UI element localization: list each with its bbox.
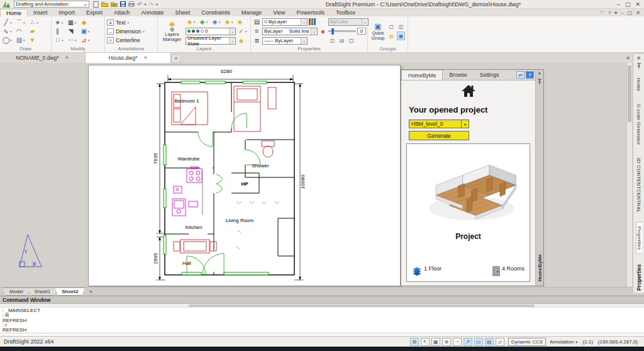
maximize-button[interactable]: ▢: [625, 1, 631, 8]
sheet-tab-sheet2[interactable]: Sheet2: [55, 287, 85, 296]
tab-constraints[interactable]: Constraints: [196, 9, 236, 16]
undo-icon[interactable]: ↶: [137, 1, 142, 8]
sidebar-properties-label[interactable]: Properties: [636, 264, 642, 291]
new-file-icon[interactable]: [93, 1, 99, 8]
import-folder-icon[interactable]: [111, 1, 118, 7]
polar-icon[interactable]: ◔: [453, 338, 462, 346]
crosshair-icon[interactable]: ⊕: [442, 338, 451, 346]
line-tool-button[interactable]: ▾: [2, 18, 13, 27]
transparency-slider[interactable]: [328, 30, 356, 32]
circle-tool-button[interactable]: ▾: [2, 36, 13, 45]
help-icon[interactable]: ?: [608, 10, 611, 16]
sheet-tab-model[interactable]: Model: [3, 287, 30, 296]
hatch-tool-button[interactable]: ▾: [15, 36, 26, 45]
tab-settings[interactable]: Settings: [474, 70, 506, 80]
slider-thumb[interactable]: [331, 28, 334, 35]
layer-state-dropdown[interactable]: Unsaved Layer State: [186, 37, 236, 45]
sidebar-tab-3dcontentcentral[interactable]: 3D CONTENTCENTRAL: [636, 153, 641, 216]
attributes-icon[interactable]: [347, 36, 355, 45]
entity-snap-icon[interactable]: ⊞: [410, 338, 419, 346]
lineweight-list-icon[interactable]: [253, 36, 261, 45]
ungroup-icon[interactable]: [397, 22, 405, 31]
insertblock-icon[interactable]: [338, 36, 346, 45]
sheet-tab-sheet1[interactable]: Sheet1: [28, 287, 57, 296]
centerline-button[interactable]: ≡Centerline: [107, 36, 146, 44]
tab-browse[interactable]: Browse: [443, 70, 473, 80]
dynamic-ccs-button[interactable]: Dynamic CCS: [508, 338, 546, 346]
move-tool-button[interactable]: ▾: [53, 18, 65, 27]
ribbon-minimize-icon[interactable]: –: [621, 10, 623, 16]
pointer-output-icon[interactable]: ↗: [464, 338, 472, 346]
point-tool-button[interactable]: ▾: [28, 18, 40, 27]
makeblock-icon[interactable]: [328, 36, 336, 45]
rotate-tool-button[interactable]: [67, 27, 78, 36]
text-button[interactable]: AText▾: [107, 18, 146, 26]
tab-toolbox[interactable]: Toolbox: [330, 9, 361, 16]
feedback-heart-icon[interactable]: ♡: [600, 10, 604, 16]
sidebar-tab-home[interactable]: Home: [636, 74, 641, 95]
group-select-toggle-icon[interactable]: [397, 31, 405, 40]
layer-tool-1-button[interactable]: ▾: [186, 18, 197, 26]
print-icon[interactable]: [128, 1, 135, 7]
annotation-scale-dropdown[interactable]: Annotation▾: [550, 339, 577, 345]
stretch-tool-button[interactable]: ▾: [67, 36, 78, 45]
pin-icon[interactable]: [636, 63, 641, 69]
line-color-dropdown[interactable]: ByLayer: [262, 18, 308, 26]
tab-export[interactable]: Export: [80, 9, 108, 16]
close-button[interactable]: ✕: [635, 1, 640, 8]
lineweight-toggle-icon[interactable]: ▤: [485, 338, 494, 346]
rgb-palette-icon[interactable]: [309, 18, 316, 26]
line-weight-dropdown[interactable]: —— ByLayer: [262, 37, 308, 45]
workspace-dropdown[interactable]: Drafting and Annotation ⌄: [14, 1, 89, 8]
quick-group-button[interactable]: Quick Group: [370, 22, 386, 41]
doc-tab-noname[interactable]: NONAME_0.dwg*✕: [0, 53, 86, 63]
redo-icon[interactable]: ↷: [149, 1, 154, 8]
ribbon-close-icon[interactable]: ✕: [636, 10, 640, 16]
tab-import[interactable]: Import: [53, 9, 81, 16]
generate-button[interactable]: Generate: [409, 131, 469, 140]
polyline-tool-button[interactable]: ▾: [2, 27, 13, 36]
tab-powertools[interactable]: Powertools: [291, 9, 331, 16]
sidebar-tab-properties[interactable]: Properties: [636, 222, 642, 254]
add-sheet-button[interactable]: +: [86, 287, 95, 296]
tab-home[interactable]: Home: [0, 9, 28, 16]
open-file-icon[interactable]: [101, 1, 108, 7]
tab-insert[interactable]: Insert: [28, 9, 53, 16]
line-style-dropdown[interactable]: ByLayer Solid line: [262, 28, 318, 35]
offset-tool-button[interactable]: [53, 27, 65, 36]
ellipse-tool-button[interactable]: [15, 27, 26, 36]
tab-attach[interactable]: Attach: [108, 9, 136, 16]
sync-icon[interactable]: ⇄: [516, 71, 525, 79]
layer-apply-button[interactable]: ▾: [237, 27, 248, 36]
polygon-tool-button[interactable]: [28, 36, 40, 45]
command-window-header[interactable]: Command Window: [0, 296, 644, 304]
floor-plan-drawing[interactable]: 6280 7635 10980 2995: [88, 63, 402, 287]
group-edit-icon[interactable]: [387, 22, 396, 31]
homebyme-side-tab[interactable]: HomeByMe: [537, 254, 543, 282]
undo-arrow-icon[interactable]: ▾: [145, 2, 147, 6]
layer-tool-3-button[interactable]: ▾: [211, 18, 222, 26]
tab-view[interactable]: View: [267, 9, 291, 16]
vertical-scrollbar[interactable]: [626, 63, 632, 287]
drawing-canvas[interactable]: 6280 7635 10980 2995: [0, 63, 633, 287]
sidebar-tab-gcode[interactable]: G-code Generator: [636, 100, 641, 148]
linestyle-list-icon[interactable]: [253, 27, 261, 36]
scrollbar-thumb[interactable]: [628, 65, 631, 122]
command-scrollbar[interactable]: [0, 304, 644, 308]
tab-annotate[interactable]: Annotate: [136, 9, 170, 16]
tab-homebyme[interactable]: HomeByMe: [401, 70, 443, 80]
close-tab-icon[interactable]: ✕: [65, 55, 69, 60]
cursor-track-icon[interactable]: ↖: [421, 338, 430, 346]
pattern-tool-button[interactable]: ▾: [67, 18, 78, 27]
rectangle-tool-button[interactable]: [28, 27, 40, 36]
scrollbar-thumb[interactable]: [189, 304, 535, 307]
trim-tool-button[interactable]: ▾: [80, 36, 91, 45]
match-properties-icon[interactable]: [253, 18, 261, 26]
active-layer-dropdown[interactable]: 0: [186, 28, 236, 35]
pin-icon[interactable]: [537, 79, 542, 85]
layer-state-save-button[interactable]: [237, 36, 245, 45]
layers-manager-button[interactable]: Layers Manager: [160, 20, 184, 42]
tab-sheet[interactable]: Sheet: [170, 9, 196, 16]
ribbon-restore-icon[interactable]: ▢: [628, 10, 633, 16]
close-panel-icon[interactable]: ✕: [538, 71, 541, 76]
